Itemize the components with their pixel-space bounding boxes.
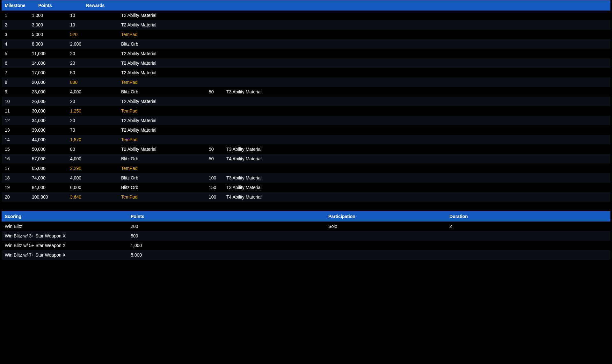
reward-qty-cell: 2,290 [67, 164, 118, 173]
reward-name-cell: Blitz Orb [118, 183, 206, 192]
header-scoring: Scoring [2, 211, 127, 222]
points-cell: 100,000 [29, 192, 67, 202]
reward2-name-cell [223, 97, 610, 106]
milestone-cell: 15 [2, 144, 29, 154]
points-cell: 17,000 [29, 68, 67, 77]
duration-cell: 2 [446, 222, 610, 231]
milestone-cell: 11 [2, 106, 29, 116]
points-cell: 74,000 [29, 173, 67, 183]
scoring-cell: Win Blitz w/ 5+ Star Weapon X [2, 241, 127, 250]
table-row: 1765,0002,290TemPad [2, 164, 610, 173]
reward2-name-cell [223, 125, 610, 135]
points-cell: 30,000 [29, 106, 67, 116]
points-cell: 5,000 [29, 30, 67, 39]
reward-name-cell: TemPad [118, 164, 206, 173]
points-cell: 8,000 [29, 39, 67, 49]
milestone-cell: 18 [2, 173, 29, 183]
scoring-cell: Win Blitz w/ 7+ Star Weapon X [2, 250, 127, 260]
milestone-cell: 16 [2, 154, 29, 164]
points-cell: 20,000 [29, 77, 67, 87]
table-row: 35,000520TemPad [2, 30, 610, 39]
reward-qty-cell: 4,000 [67, 154, 118, 164]
reward2-name-cell [223, 30, 610, 39]
milestone-cell: 10 [2, 97, 29, 106]
reward2-name-cell [223, 20, 610, 30]
reward-qty-cell: 20 [67, 58, 118, 68]
milestone-table: Milestone Points Rewards 11,00010T2 Abil… [2, 0, 610, 202]
reward-name-cell: T2 Ability Material [118, 68, 206, 77]
participation-cell [325, 241, 446, 250]
reward2-name-cell [223, 116, 610, 125]
table-row: 1234,00020T2 Ability Material [2, 116, 610, 125]
table-gap [2, 202, 610, 211]
reward-qty-cell: 20 [67, 116, 118, 125]
reward2-qty-cell [206, 125, 223, 135]
points-cell: 14,000 [29, 58, 67, 68]
header-participation: Participation [325, 211, 446, 222]
table-row: 1984,0006,000Blitz Orb150T3 Ability Mate… [2, 183, 610, 192]
scoring-header-row: Scoring Points Participation Duration [2, 211, 610, 222]
table-row: 1339,00070T2 Ability Material [2, 125, 610, 135]
reward-qty-cell: 2,000 [67, 39, 118, 49]
reward-name-cell: T2 Ability Material [118, 11, 206, 20]
reward2-name-cell [223, 77, 610, 87]
reward2-qty-cell [206, 116, 223, 125]
reward-qty-cell: 1,250 [67, 106, 118, 116]
reward-name-cell: TemPad [118, 106, 206, 116]
scoring-table: Scoring Points Participation Duration Wi… [2, 211, 610, 260]
reward2-name-cell: T4 Ability Material [223, 154, 610, 164]
header-scoring-points: Points [127, 211, 325, 222]
milestone-cell: 12 [2, 116, 29, 125]
points-cell: 11,000 [29, 49, 67, 58]
table-row: Win Blitz w/ 7+ Star Weapon X5,000 [2, 250, 610, 260]
reward2-name-cell [223, 68, 610, 77]
table-row: 23,00010T2 Ability Material [2, 20, 610, 30]
points-cell: 26,000 [29, 97, 67, 106]
table-row: Win Blitz w/ 3+ Star Weapon X500 [2, 231, 610, 241]
reward-name-cell: T2 Ability Material [118, 116, 206, 125]
table-row: Win Blitz w/ 5+ Star Weapon X1,000 [2, 241, 610, 250]
table-row: Win Blitz200Solo2 [2, 222, 610, 231]
reward-name-cell: Blitz Orb [118, 39, 206, 49]
reward-qty-cell: 50 [67, 68, 118, 77]
header-rewards: Rewards [67, 0, 118, 11]
header-duration: Duration [446, 211, 610, 222]
reward-name-cell: Blitz Orb [118, 154, 206, 164]
table-row: 1130,0001,250TemPad [2, 106, 610, 116]
points-cell: 84,000 [29, 183, 67, 192]
reward-qty-cell: 4,000 [67, 87, 118, 97]
points-cell: 1,000 [127, 241, 325, 250]
reward-name-cell: Blitz Orb [118, 87, 206, 97]
milestone-cell: 19 [2, 183, 29, 192]
points-cell: 39,000 [29, 125, 67, 135]
reward-name-cell: T2 Ability Material [118, 49, 206, 58]
reward2-name-cell [223, 39, 610, 49]
reward-name-cell: T2 Ability Material [118, 20, 206, 30]
duration-cell [446, 231, 610, 241]
reward2-qty-cell [206, 39, 223, 49]
points-cell: 57,000 [29, 154, 67, 164]
reward-name-cell: TemPad [118, 30, 206, 39]
duration-cell [446, 241, 610, 250]
reward-qty-cell: 70 [67, 125, 118, 135]
milestone-cell: 8 [2, 77, 29, 87]
reward2-qty-cell: 50 [206, 144, 223, 154]
milestone-cell: 14 [2, 135, 29, 144]
milestone-header-row: Milestone Points Rewards [2, 0, 610, 11]
reward-name-cell: Blitz Orb [118, 173, 206, 183]
reward-name-cell: T2 Ability Material [118, 144, 206, 154]
reward-qty-cell: 520 [67, 30, 118, 39]
reward2-name-cell [223, 58, 610, 68]
milestone-cell: 7 [2, 68, 29, 77]
points-cell: 50,000 [29, 144, 67, 154]
reward-qty-cell: 10 [67, 20, 118, 30]
participation-cell: Solo [325, 222, 446, 231]
milestone-cell: 9 [2, 87, 29, 97]
reward-qty-cell: 830 [67, 77, 118, 87]
table-row: 1026,00020T2 Ability Material [2, 97, 610, 106]
points-cell: 500 [127, 231, 325, 241]
milestone-cell: 17 [2, 164, 29, 173]
milestone-cell: 6 [2, 58, 29, 68]
milestone-cell: 1 [2, 11, 29, 20]
table-row: 1657,0004,000Blitz Orb50T4 Ability Mater… [2, 154, 610, 164]
